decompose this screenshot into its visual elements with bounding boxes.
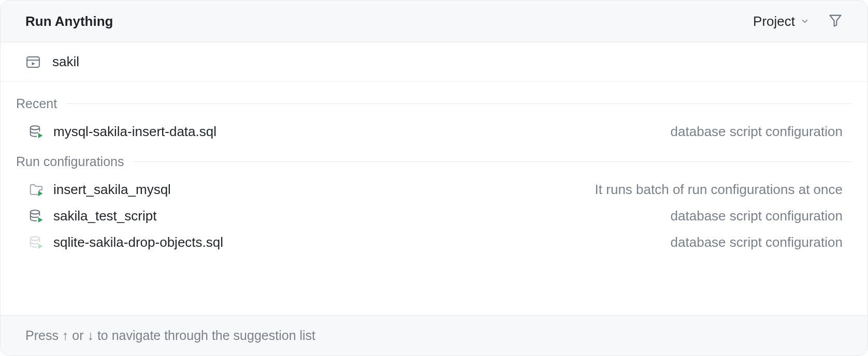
- filter-icon: [828, 13, 843, 29]
- result-description: database script configuration: [671, 124, 843, 140]
- dialog-footer: Press ↑ or ↓ to navigate through the sug…: [1, 315, 867, 355]
- svg-marker-8: [38, 217, 43, 222]
- scope-label: Project: [753, 13, 795, 29]
- result-label: mysql-sakila-insert-data.sql: [53, 124, 216, 140]
- section-label: Recent: [16, 96, 57, 111]
- search-row: [1, 42, 867, 82]
- result-description: database script configuration: [671, 234, 843, 250]
- result-label: insert_sakila_mysql: [53, 182, 171, 198]
- result-item[interactable]: insert_sakila_mysql It runs batch of run…: [1, 176, 867, 203]
- section-header-recent: Recent: [1, 87, 867, 118]
- results-body: Recent mysql-sakila-insert-data.sql data…: [1, 82, 867, 315]
- search-input[interactable]: [52, 54, 843, 70]
- svg-point-4: [31, 126, 40, 130]
- header-controls: Project: [753, 13, 843, 29]
- database-run-icon: [28, 124, 44, 140]
- result-item[interactable]: mysql-sakila-insert-data.sql database sc…: [1, 118, 867, 145]
- scope-selector[interactable]: Project: [753, 13, 809, 29]
- dialog-header: Run Anything Project: [1, 1, 867, 42]
- section-divider: [66, 103, 852, 104]
- run-anything-dialog: Run Anything Project: [0, 0, 868, 356]
- result-item[interactable]: sakila_test_script database script confi…: [1, 203, 867, 229]
- database-run-icon: [28, 209, 44, 224]
- svg-rect-1: [27, 57, 39, 67]
- chevron-down-icon: [800, 13, 809, 29]
- result-label: sqlite-sakila-drop-objects.sql: [53, 234, 223, 250]
- svg-point-9: [31, 236, 40, 241]
- database-run-icon-dimmed: [28, 235, 44, 250]
- svg-marker-3: [32, 62, 35, 65]
- section-label: Run configurations: [16, 154, 124, 169]
- result-description: database script configuration: [671, 208, 843, 224]
- footer-hint: Press ↑ or ↓ to navigate through the sug…: [25, 328, 843, 343]
- folder-run-icon: [28, 182, 44, 198]
- run-target-icon: [25, 54, 41, 70]
- filter-button[interactable]: [828, 13, 843, 29]
- result-item[interactable]: sqlite-sakila-drop-objects.sql database …: [1, 229, 867, 256]
- svg-marker-6: [38, 190, 43, 196]
- svg-marker-0: [830, 16, 841, 26]
- result-label: sakila_test_script: [53, 208, 156, 224]
- svg-marker-5: [38, 132, 43, 138]
- result-description: It runs batch of run configurations at o…: [595, 182, 843, 198]
- section-header-run-configurations: Run configurations: [1, 145, 867, 176]
- section-divider: [133, 161, 852, 162]
- dialog-title: Run Anything: [25, 13, 113, 29]
- svg-marker-10: [38, 243, 43, 248]
- svg-point-7: [31, 210, 40, 214]
